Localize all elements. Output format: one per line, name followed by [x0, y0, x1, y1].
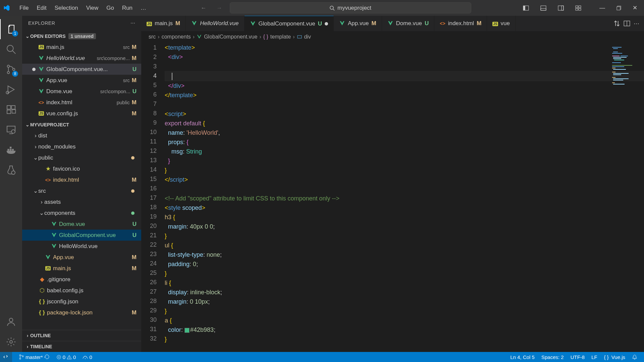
code-content[interactable]: <template> <div> </div></template> <scri…: [165, 42, 644, 352]
status-remote[interactable]: [0, 352, 12, 362]
breadcrumb-div[interactable]: div: [297, 34, 311, 40]
file-icon: JS: [147, 20, 152, 27]
status-cursor[interactable]: Ln 4, Col 5: [507, 354, 538, 360]
layout-secondary-sidebar-icon[interactable]: [554, 3, 567, 13]
open-editors-header[interactable]: ⌄ OPEN EDITORS 1 unsaved: [22, 31, 141, 42]
file-item[interactable]: { }jsconfig.json: [22, 296, 141, 307]
minimap[interactable]: [611, 46, 638, 96]
status-branch[interactable]: master*: [15, 354, 53, 360]
open-editor-item[interactable]: HelloWorld.vuesrc\compone...M: [22, 53, 141, 64]
project-header[interactable]: ⌄ MYVUEPROJECT: [22, 119, 141, 130]
open-editor-item[interactable]: App.vuesrcM: [22, 75, 141, 86]
activity-docker[interactable]: [0, 140, 22, 160]
svg-rect-22: [7, 110, 11, 114]
editor-tab[interactable]: HelloWorld.vue: [186, 16, 244, 31]
editor-tab[interactable]: App.vueM: [334, 16, 382, 31]
layout-customize-icon[interactable]: [572, 3, 585, 13]
window-restore-icon[interactable]: [613, 4, 625, 12]
file-item[interactable]: ⬡babel.config.js: [22, 285, 141, 296]
status-ports[interactable]: 0: [79, 354, 95, 360]
file-item[interactable]: ◆.gitignore: [22, 274, 141, 285]
open-editor-item[interactable]: JSmain.jssrcM: [22, 42, 141, 53]
nav-forward-icon[interactable]: →: [214, 3, 225, 13]
activity-testing[interactable]: [0, 160, 22, 180]
nav-back-icon[interactable]: ←: [198, 3, 209, 13]
file-item[interactable]: ★favicon.ico: [22, 163, 141, 174]
editor-tab[interactable]: JSvue: [487, 16, 516, 31]
folder-item[interactable]: ⌄src: [22, 185, 141, 196]
status-problems[interactable]: 0 0: [53, 354, 79, 360]
folder-item[interactable]: ›node_modules: [22, 141, 141, 152]
menu-selection[interactable]: Selection: [51, 3, 82, 13]
twisty-icon: ⌄: [33, 154, 38, 161]
activity-source-control[interactable]: 8: [0, 59, 22, 79]
item-label: favicon.ico: [53, 166, 137, 172]
explorer-more-icon[interactable]: ⋯: [130, 20, 136, 26]
tab-label: HelloWorld.vue: [200, 20, 238, 27]
svg-point-31: [11, 171, 15, 175]
breadcrumb-src[interactable]: src: [149, 34, 156, 40]
breadcrumb-components[interactable]: components: [162, 34, 191, 40]
open-editor-item[interactable]: Dome.vuesrc\compon...U: [22, 86, 141, 97]
file-item[interactable]: App.vueM: [22, 252, 141, 263]
svg-point-59: [19, 355, 21, 356]
file-icon: [38, 77, 45, 83]
tab-split-icon[interactable]: [624, 20, 630, 27]
editor-tab[interactable]: <>index.htmlM: [434, 16, 487, 31]
window-minimize-icon[interactable]: —: [596, 3, 608, 13]
file-item[interactable]: JSmain.jsM: [22, 263, 141, 274]
tab-more-icon[interactable]: ⋯: [634, 20, 639, 27]
window-close-icon[interactable]: ✕: [629, 2, 641, 13]
code-editor[interactable]: 1234567891011121314151617181920212223242…: [141, 42, 644, 352]
menu-edit[interactable]: Edit: [33, 3, 50, 13]
folder-item[interactable]: ›assets: [22, 196, 141, 207]
breadcrumb[interactable]: src› components› GlobalComponent.vue› { …: [141, 31, 644, 42]
open-editor-item[interactable]: <>index.htmlpublicM: [22, 97, 141, 108]
open-editor-item[interactable]: JSvue.config.jsM: [22, 108, 141, 119]
editor-tab[interactable]: JSmain.jsM: [141, 16, 186, 31]
layout-primary-sidebar-icon[interactable]: [520, 3, 532, 13]
menu-file[interactable]: File: [16, 3, 32, 13]
status-encoding[interactable]: UTF-8: [567, 354, 588, 360]
folder-item[interactable]: ⌄public: [22, 152, 141, 163]
menu-more[interactable]: …: [137, 3, 150, 13]
scm-status: M: [132, 99, 137, 106]
menu-view[interactable]: View: [83, 3, 102, 13]
status-notifications-icon[interactable]: [629, 354, 641, 360]
breadcrumb-template[interactable]: { }template: [263, 34, 291, 40]
status-language[interactable]: { }Vue.js: [601, 354, 629, 360]
file-item[interactable]: GlobalComponent.vueU: [22, 230, 141, 241]
command-center[interactable]: myvueproject: [230, 2, 471, 13]
editor-tab[interactable]: Dome.vueU: [382, 16, 435, 31]
scm-status: U: [132, 66, 137, 73]
menu-run[interactable]: Run: [119, 3, 136, 13]
open-editor-item[interactable]: GlobalComponent.vue...U: [22, 64, 141, 75]
activity-accounts[interactable]: [0, 312, 22, 332]
activity-debug[interactable]: [0, 79, 22, 100]
svg-rect-10: [576, 8, 578, 10]
file-item[interactable]: { }package-lock.jsonM: [22, 307, 141, 318]
timeline-header[interactable]: ›TIMELINE: [22, 341, 141, 352]
menu-go[interactable]: Go: [103, 3, 117, 13]
outline-header[interactable]: ›OUTLINE: [22, 330, 141, 341]
file-item[interactable]: HelloWorld.vue: [22, 241, 141, 252]
file-item[interactable]: Dome.vueU: [22, 219, 141, 230]
tab-compare-icon[interactable]: [613, 20, 620, 27]
svg-point-32: [9, 318, 13, 322]
item-label: Dome.vue: [59, 221, 130, 228]
activity-search[interactable]: [0, 39, 22, 59]
file-item[interactable]: <>index.htmlM: [22, 174, 141, 185]
breadcrumb-file[interactable]: GlobalComponent.vue: [197, 34, 257, 40]
folder-item[interactable]: ›dist: [22, 130, 141, 141]
activity-remote-explorer[interactable]: [0, 120, 22, 140]
activity-explorer[interactable]: 1: [0, 19, 22, 39]
svg-rect-54: [612, 77, 615, 78]
activity-extensions[interactable]: [0, 100, 22, 120]
folder-item[interactable]: ⌄components: [22, 207, 141, 219]
dirty-indicator-icon: [325, 22, 328, 25]
status-eol[interactable]: LF: [588, 354, 601, 360]
status-spaces[interactable]: Spaces: 2: [538, 354, 567, 360]
layout-panel-icon[interactable]: [537, 3, 550, 13]
editor-tab[interactable]: GlobalComponent.vueU: [245, 16, 334, 31]
activity-settings[interactable]: [0, 332, 22, 352]
